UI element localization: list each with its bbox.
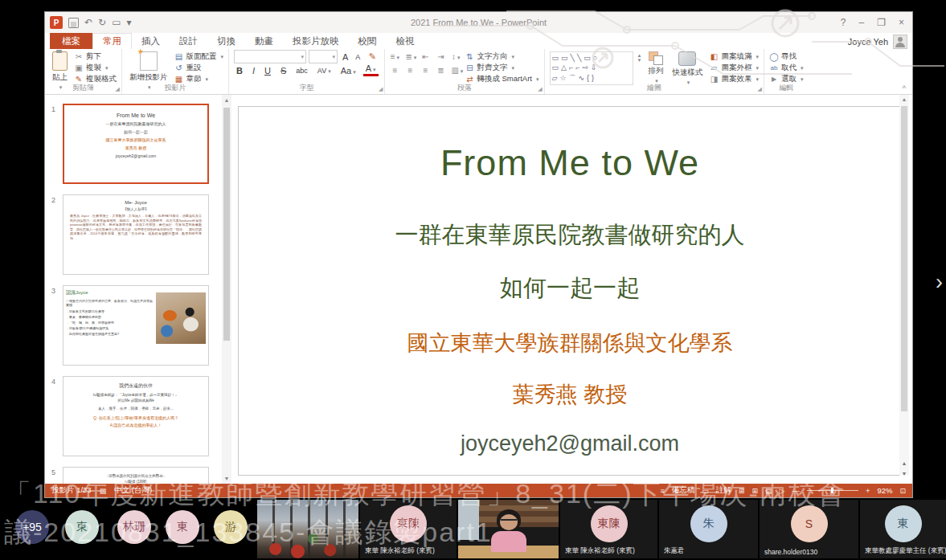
align-right-icon[interactable]: ≡	[420, 66, 430, 75]
start-slideshow-icon[interactable]: ▭	[112, 18, 121, 27]
participant-avatar[interactable]: 東	[65, 510, 99, 544]
quick-styles-button[interactable]: 快速樣式	[670, 51, 705, 86]
thumbnail-slide-2[interactable]: Me- Joyce 【旅人人類學】 葉秀燕 Joyce．社會學博士．大學教師．大…	[63, 194, 209, 275]
thumbnail-slide-4[interactable]: 我們永遠的伙伴 紀駿傑老師說：「Joyce老師幸運，就一定實現好！」 所以Me …	[63, 376, 209, 456]
align-text-button[interactable]: ⊟ 對齊文字	[465, 63, 539, 73]
decrease-indent-icon[interactable]: ⇤	[420, 52, 430, 61]
align-center-icon[interactable]: ≡	[405, 66, 415, 75]
tab-review[interactable]: 校閱	[349, 33, 387, 49]
participant-avatar[interactable]: 游	[214, 510, 248, 544]
slide-department-line[interactable]: 國立東華大學族群關係與文化學系	[407, 329, 733, 358]
main-scroll-up-icon[interactable]: ▲	[899, 96, 909, 102]
increase-indent-icon[interactable]: ⇥	[436, 52, 445, 61]
drawing-dialog-launcher[interactable]: ◢	[758, 86, 762, 92]
thumbnails-scroll-up-icon[interactable]: ▲	[222, 97, 231, 103]
cut-button[interactable]: ✂ 剪下	[74, 51, 117, 62]
tab-insert[interactable]: 插入	[132, 33, 170, 49]
close-button[interactable]: ×	[899, 17, 904, 28]
layout-button[interactable]: ▤ 版面配置	[174, 51, 224, 62]
view-sorter-icon[interactable]: ⊞	[751, 487, 758, 495]
copy-button[interactable]: ▣ 複製	[74, 63, 117, 73]
minimize-button[interactable]: –	[859, 17, 865, 28]
tab-view[interactable]: 檢視	[387, 33, 424, 49]
next-slide-icon[interactable]: ▼	[902, 471, 907, 476]
shape-fill-button[interactable]: ◧ 圖案填滿	[709, 51, 759, 62]
font-color-button[interactable]: A	[363, 64, 379, 76]
participant-tile[interactable]: 東 東華教處廖慶華主任 (來賓)	[860, 500, 946, 558]
participant-video-cafe[interactable]	[257, 500, 358, 558]
thumbnail-slide-3[interactable]: 認識Joyce 一個新生代的女性研究者的位置、飲食政治、知識生產與學術實踐 ．從…	[63, 285, 209, 366]
replace-button[interactable]: ab 取代	[769, 63, 804, 73]
slide-author-line[interactable]: 葉秀燕 教授	[513, 380, 628, 409]
participant-tile[interactable]: S share.holder0130	[760, 500, 858, 558]
bullets-icon[interactable]: ≡	[390, 52, 399, 61]
help-button[interactable]: ?	[841, 17, 846, 28]
view-slideshow-icon[interactable]: ▷	[779, 487, 784, 495]
font-dialog-launcher[interactable]: ◢	[379, 86, 383, 92]
font-name-combobox[interactable]	[234, 50, 306, 63]
slide-canvas[interactable]: From Me to We 一群在東華原民院教書做研究的人 如何一起一起 國立東…	[238, 106, 902, 476]
bold-button[interactable]: B	[234, 66, 245, 76]
previous-slide-icon[interactable]: ▲	[902, 460, 907, 466]
language-indicator[interactable]: 中文 (台灣)	[114, 485, 152, 496]
redo-icon[interactable]: ↻	[98, 18, 106, 27]
collapse-ribbon-icon[interactable]: ^	[903, 84, 906, 92]
participant-tile[interactable]: 東陳 東華 陳永裕老師 (來賓)	[560, 500, 657, 558]
participant-avatar[interactable]: 東	[166, 510, 199, 544]
thumbnail-slide-5[interactable]: 〈從觀光原住民到原住民自主的觀光〉 紀駿傑 (1998)	[63, 467, 209, 484]
zoom-slider[interactable]	[807, 490, 858, 491]
undo-icon[interactable]: ↶	[84, 18, 92, 27]
slide-subtitle-line[interactable]: 一群在東華原民院教書做研究的人	[395, 219, 745, 251]
participant-avatar[interactable]: 林珊	[117, 510, 151, 544]
reset-button[interactable]: ↺ 重設	[174, 63, 224, 73]
italic-button[interactable]: I	[250, 66, 257, 76]
zoom-slider-thumb[interactable]	[831, 488, 833, 493]
notes-toggle[interactable]: 備忘稿	[672, 485, 695, 496]
tab-slideshow[interactable]: 投影片放映	[283, 33, 349, 49]
participant-video-person[interactable]	[458, 500, 559, 558]
restore-button[interactable]: ❐	[877, 17, 886, 28]
tab-home[interactable]: 常用	[92, 33, 132, 49]
shape-outline-button[interactable]: ▱ 圖案外框	[709, 63, 759, 73]
save-icon[interactable]	[68, 18, 79, 28]
overflow-participants-badge[interactable]: +95	[15, 510, 49, 544]
customize-qat-icon[interactable]: ▾	[126, 18, 131, 27]
main-scrollbar[interactable]: ▲	[899, 95, 909, 476]
shadow-button[interactable]: abc	[293, 67, 310, 75]
slide-email-line[interactable]: joyceyeh2@gmail.com	[461, 431, 679, 456]
shapes-gallery[interactable]: ▭▭╲╲▭○ ▭△⌐⌐⇨⇩ ▱☆⌒∿{}	[550, 51, 633, 85]
justify-icon[interactable]: ≣	[436, 66, 445, 75]
grow-font-icon[interactable]: A	[340, 52, 350, 62]
thumbnail-slide-1[interactable]: From Me to We 一群在東華原民院教書做研究的人 如何一起一起 國立東…	[63, 104, 209, 184]
font-size-combobox[interactable]	[309, 50, 338, 63]
arrange-button[interactable]: 排列	[645, 51, 665, 84]
participant-tile[interactable]: 朱 朱蕙君	[659, 500, 758, 558]
notes-pen-icon[interactable]: ▤	[100, 487, 107, 495]
gallery-next-chevron[interactable]: ›	[936, 270, 943, 295]
slide-title[interactable]: From Me to We	[440, 142, 699, 184]
zoom-level[interactable]: 92%	[877, 486, 892, 495]
main-scrollbar-thumb[interactable]	[901, 106, 907, 411]
text-direction-button[interactable]: ⇅ 文字方向	[465, 51, 539, 62]
slide-subtitle-line[interactable]: 如何一起一起	[500, 272, 640, 305]
clipboard-dialog-launcher[interactable]: ◢	[116, 86, 120, 92]
view-reading-icon[interactable]: ▤	[765, 487, 772, 495]
tab-transitions[interactable]: 切換	[207, 33, 245, 49]
fit-to-window-icon[interactable]: ⊡	[899, 487, 906, 495]
tab-file[interactable]: 檔案	[50, 33, 92, 49]
comments-toggle[interactable]: 註解	[716, 485, 731, 496]
columns-icon[interactable]: ▥	[451, 66, 461, 75]
change-case-button[interactable]: Aa	[338, 66, 358, 76]
account-area[interactable]: Joyce Yeh	[848, 35, 907, 49]
zoom-in-button[interactable]: +	[866, 486, 870, 495]
char-spacing-button[interactable]: AV	[315, 67, 334, 75]
shapes-gallery-scroll[interactable]: ▲ ▼	[637, 51, 642, 64]
shrink-font-icon[interactable]: A	[353, 53, 362, 61]
find-button[interactable]: ◯ 尋找	[769, 51, 804, 62]
thumbnails-scrollbar-thumb[interactable]	[223, 108, 230, 341]
zoom-out-button[interactable]: —	[792, 486, 800, 495]
thumbnails-scrollbar[interactable]: ▲ ▼	[222, 95, 231, 484]
line-spacing-icon[interactable]: ↕	[451, 52, 461, 61]
participant-tile[interactable]: 東陳 東華 陳永裕老師 (來賓)	[360, 500, 457, 558]
tab-design[interactable]: 設計	[170, 33, 207, 49]
